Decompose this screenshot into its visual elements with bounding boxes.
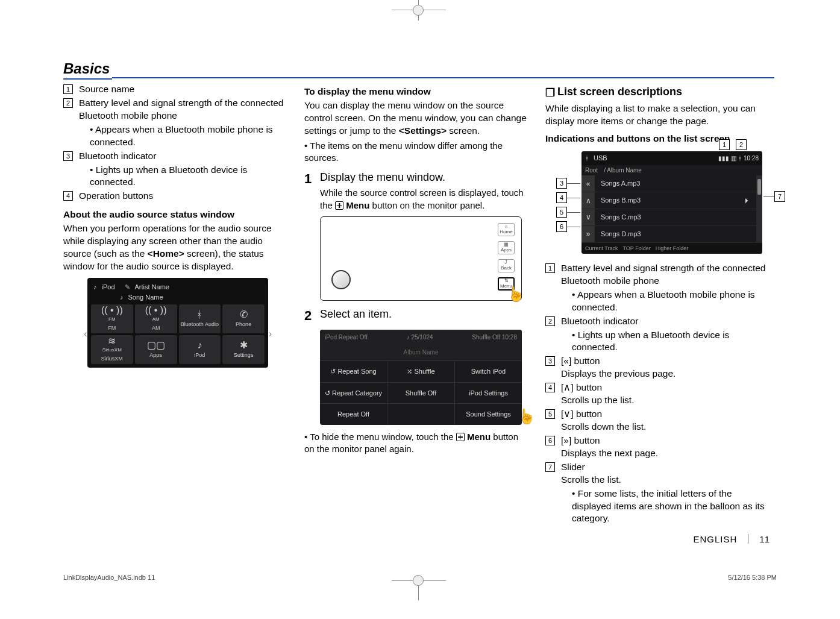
list-item: 5[∨] buttonScrolls down the list. bbox=[545, 408, 768, 433]
callout-number: 1 bbox=[719, 139, 730, 150]
list-item: 6[»] buttonDisplays the next page. bbox=[545, 435, 768, 460]
root-label: Root bbox=[585, 166, 598, 175]
paragraph: You can display the menu window on the s… bbox=[304, 99, 527, 137]
page: Basics 1Source name2Battery level and si… bbox=[0, 0, 840, 619]
source-tile: ▢▢Apps bbox=[135, 335, 177, 364]
callout: 1 bbox=[719, 139, 730, 150]
step-number: 2 bbox=[304, 307, 320, 325]
source-name: iPod bbox=[102, 283, 115, 292]
bluetooth-icon: ᚼ bbox=[738, 154, 742, 163]
menu-cell: ⤮ Shuffle bbox=[387, 361, 455, 382]
menu-window-header: iPod Repeat Off ♪ 25/1024 Shuffle Off 10… bbox=[320, 330, 522, 345]
source-tile: (( • ))FMFM bbox=[91, 304, 133, 333]
album-path: / Album Name bbox=[604, 166, 642, 175]
callout: 4 bbox=[556, 192, 580, 203]
footer-tab: Current Track bbox=[585, 245, 618, 252]
step-2: 2 Select an item. bbox=[304, 307, 527, 325]
menu-window-figure: iPod Repeat Off ♪ 25/1024 Shuffle Off 10… bbox=[320, 330, 527, 426]
list-item: 4Operation buttons bbox=[63, 190, 286, 203]
play-icon: ⏵ bbox=[744, 196, 750, 205]
battery-icon: ▥ bbox=[731, 154, 736, 163]
menu-cell: Switch iPod bbox=[455, 361, 522, 382]
list-item: 2Battery level and signal strength of th… bbox=[63, 97, 286, 149]
menu-row: ↺ Repeat CategoryShuffle OffiPod Setting… bbox=[320, 382, 522, 404]
crop-mark bbox=[413, 575, 424, 586]
list-scrollbar bbox=[756, 175, 762, 242]
text-bold: Menu bbox=[343, 200, 369, 210]
callout: 6 bbox=[556, 221, 580, 232]
subheading: To display the menu window bbox=[304, 86, 527, 98]
list-item: 7SliderScrolls the list.For some lists, … bbox=[545, 461, 768, 526]
print-footer-left: LinkDisplayAudio_NAS.indb 11 bbox=[63, 574, 155, 581]
status-icons: ▮▮▮ ▥ ᚼ 10:28 bbox=[718, 154, 759, 163]
siriusxm-icon: ≋ bbox=[108, 336, 116, 346]
bullet-item: For some lists, the initial letters of t… bbox=[572, 488, 768, 526]
column-3: ❐List screen descriptions While displayi… bbox=[545, 83, 768, 526]
list-nav-buttons: «∧∨» bbox=[581, 175, 595, 242]
callout-number: 6 bbox=[556, 221, 567, 232]
signal-icon: ▮▮▮ bbox=[718, 154, 729, 163]
source-tile: ✆Phone bbox=[222, 304, 265, 333]
callout-line bbox=[567, 198, 580, 198]
menu-button-figure: ⌂Home▦Apps⤴Back⇅Menu ☝ bbox=[320, 216, 527, 301]
menu-cell: Shuffle Off bbox=[387, 383, 455, 404]
subheading: About the audio source status window bbox=[63, 209, 286, 221]
menu-cell: Repeat Off bbox=[320, 404, 387, 425]
content-sheet: Basics 1Source name2Battery level and si… bbox=[63, 60, 774, 526]
menu-icon bbox=[335, 201, 343, 210]
monitor-panel-illustration: ⌂Home▦Apps⤴Back⇅Menu ☝ bbox=[320, 216, 522, 301]
section-title: Basics bbox=[63, 60, 112, 80]
artist-name: Artist Name bbox=[135, 283, 169, 292]
bullet-item: To hide the menu window, touch the Menu … bbox=[304, 431, 527, 456]
source-tile: ✱Settings bbox=[222, 335, 265, 364]
list-row: Songs C.mp3 bbox=[595, 209, 756, 226]
menu-cell: ↺ Repeat Category bbox=[320, 383, 387, 404]
bullet-list: The items on the menu window differ amon… bbox=[304, 140, 527, 165]
ipod-icon: ♪ bbox=[197, 341, 202, 350]
separator bbox=[748, 534, 748, 544]
hand-pointer-icon: ☝ bbox=[518, 407, 536, 426]
music-icon: ♪ bbox=[93, 283, 97, 292]
list-screen-figure: 1 2 3456 7 ᚼ USB bbox=[545, 151, 768, 254]
column-2: To display the menu window You can displ… bbox=[304, 83, 527, 526]
section-title-rule bbox=[112, 77, 774, 78]
menu-icon: ⇅ bbox=[504, 278, 509, 283]
paragraph: While displaying a list to make a select… bbox=[545, 102, 768, 128]
callout-line bbox=[567, 227, 580, 227]
step-title: Select an item. bbox=[320, 308, 392, 320]
text: button on the monitor panel. bbox=[369, 200, 484, 210]
callout-line bbox=[567, 212, 580, 213]
callout-number: 3 bbox=[556, 178, 567, 189]
hand-pointer-icon: ☝ bbox=[507, 284, 525, 304]
callout-line bbox=[567, 183, 580, 184]
numbered-list: 1Source name2Battery level and signal st… bbox=[63, 83, 286, 203]
text-bold: Menu bbox=[465, 432, 491, 442]
home-icon: ⌂ bbox=[505, 224, 508, 229]
menu-window-rows: ↺ Repeat Song⤮ ShuffleSwitch iPod↺ Repea… bbox=[320, 360, 522, 426]
page-number: 11 bbox=[759, 534, 769, 544]
source-label: USB bbox=[594, 154, 607, 163]
step-title: Display the menu window. bbox=[320, 171, 445, 183]
menu-row: ↺ Repeat Song⤮ ShuffleSwitch iPod bbox=[320, 360, 522, 382]
back-icon: ⤴ bbox=[505, 260, 507, 265]
list-row: Songs A.mp3 bbox=[595, 175, 756, 192]
step-note: While the source control screen is displ… bbox=[320, 187, 527, 212]
menu-window-subheader: Album Name bbox=[320, 345, 522, 360]
bullet-item: Lights up when a Bluetooth device is con… bbox=[572, 329, 768, 354]
footer-tab: TOP Folder bbox=[623, 245, 651, 252]
source-subheader: ♪ Song Name bbox=[91, 293, 265, 304]
subheading: Indications and buttons on the list scre… bbox=[545, 133, 768, 145]
bullet-item: The items on the menu window differ amon… bbox=[304, 140, 527, 165]
print-footer-right: 5/12/16 5:38 PM bbox=[728, 574, 777, 581]
list-breadcrumb: Root / Album Name bbox=[581, 165, 762, 176]
crop-mark bbox=[413, 5, 424, 16]
list-row: Songs B.mp3⏵ bbox=[595, 192, 756, 209]
text: List screen descriptions bbox=[557, 86, 682, 98]
apps-icon: ▢▢ bbox=[147, 341, 165, 350]
text: Album Name bbox=[404, 348, 439, 357]
menu-icon bbox=[456, 433, 465, 441]
list-row: Songs D.mp3 bbox=[595, 226, 756, 243]
menu-window: iPod Repeat Off ♪ 25/1024 Shuffle Off 10… bbox=[320, 330, 522, 426]
callout-number: 2 bbox=[736, 139, 747, 150]
language-label: ENGLISH bbox=[693, 534, 737, 544]
